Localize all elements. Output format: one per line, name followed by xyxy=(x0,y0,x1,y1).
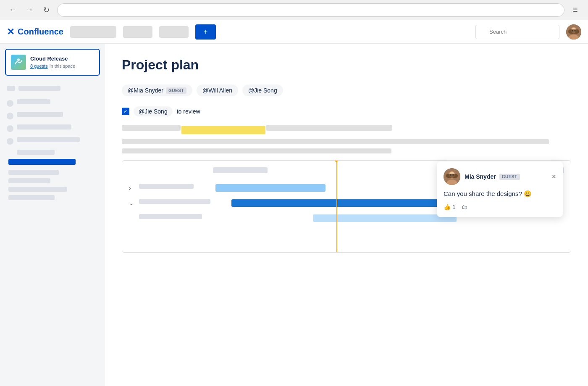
gantt-expand-2[interactable]: ⌄ xyxy=(129,200,136,206)
sidebar-item[interactable] xyxy=(7,99,98,108)
app-header: ✕ Confluence + 🔍 xyxy=(0,20,588,44)
comment-body: Can you share the designs? 😀 xyxy=(444,190,556,198)
logo-icon: ✕ xyxy=(7,26,14,37)
svg-point-6 xyxy=(575,30,576,31)
back-button[interactable]: ← xyxy=(7,4,18,16)
archive-icon: 🗂 xyxy=(462,204,467,210)
space-guests-link[interactable]: 8 guests xyxy=(30,63,48,69)
mention-text-3: @Jie Song xyxy=(248,87,277,94)
content-area: Project plan @Mia Snyder GUEST @Will All… xyxy=(105,44,588,386)
svg-point-5 xyxy=(572,30,573,31)
nav-item-2[interactable] xyxy=(123,26,152,38)
space-name: Cloud Release xyxy=(30,56,75,62)
browser-chrome: ← → ↻ ☰ xyxy=(0,0,588,20)
task-text: to review xyxy=(177,108,200,115)
forward-button[interactable]: → xyxy=(24,4,35,16)
mention-text-1: @Mia Snyder xyxy=(128,87,163,94)
task-mention-jie[interactable]: @Jie Song xyxy=(134,106,173,116)
sidebar-item[interactable] xyxy=(7,112,98,120)
header-right: 🔍 xyxy=(475,24,581,40)
svg-point-15 xyxy=(452,174,454,176)
browser-menu-button[interactable]: ☰ xyxy=(570,4,581,16)
comment-guest-badge: GUEST xyxy=(499,174,520,180)
thumbs-up-icon: 👍 xyxy=(444,204,451,210)
reload-icon: ↻ xyxy=(43,5,50,15)
logo-text: Confluence xyxy=(18,27,63,37)
task-mention-text: @Jie Song xyxy=(139,108,168,115)
mention-jie-song[interactable]: @Jie Song xyxy=(242,85,283,96)
mention-will-allen[interactable]: @Will Allen xyxy=(197,85,238,96)
create-button[interactable]: + xyxy=(195,24,216,40)
url-bar[interactable] xyxy=(57,3,564,17)
archive-button[interactable]: 🗂 xyxy=(462,204,467,210)
comment-avatar xyxy=(444,168,460,185)
mention-text-2: @Will Allen xyxy=(202,87,232,94)
like-button[interactable]: 👍 1 xyxy=(444,204,456,210)
nav-item-1[interactable] xyxy=(70,26,116,38)
check-icon: ✓ xyxy=(123,108,128,114)
user-avatar[interactable] xyxy=(566,24,581,40)
hamburger-icon: ☰ xyxy=(573,7,578,13)
sidebar-skeleton xyxy=(5,82,100,207)
comment-header: Mia Snyder GUEST × xyxy=(444,168,556,185)
task-row: ✓ @Jie Song to review xyxy=(122,106,571,116)
confluence-logo[interactable]: ✕ Confluence xyxy=(7,26,63,37)
back-icon: ← xyxy=(9,5,16,14)
create-plus-icon: + xyxy=(204,28,207,36)
forward-icon: → xyxy=(26,5,33,14)
space-guests-row: 8 guests in this space xyxy=(30,62,75,69)
svg-point-8 xyxy=(17,58,20,61)
svg-point-14 xyxy=(450,174,452,176)
reload-button[interactable]: ↻ xyxy=(40,4,52,16)
like-count: 1 xyxy=(452,204,456,210)
sidebar-item[interactable] xyxy=(7,137,98,145)
content-skeleton xyxy=(122,125,571,153)
space-icon xyxy=(11,55,26,70)
mention-mia-snyder[interactable]: @Mia Snyder GUEST xyxy=(122,85,192,96)
comment-popup: Mia Snyder GUEST × Can you share the des… xyxy=(437,161,563,217)
search-input[interactable] xyxy=(475,25,559,39)
task-checkbox[interactable]: ✓ xyxy=(122,108,129,115)
page-title: Project plan xyxy=(122,57,571,73)
sidebar: Cloud Release 8 guests in this space xyxy=(0,44,105,386)
comment-close-button[interactable]: × xyxy=(551,172,556,181)
comment-actions: 👍 1 🗂 xyxy=(444,204,556,210)
guest-badge-1: GUEST xyxy=(166,87,186,94)
comment-user-info: Mia Snyder GUEST xyxy=(465,173,520,180)
space-card[interactable]: Cloud Release 8 guests in this space xyxy=(5,49,100,76)
nav-item-3[interactable] xyxy=(159,26,189,38)
space-info: Cloud Release 8 guests in this space xyxy=(30,56,75,69)
sidebar-item[interactable] xyxy=(7,124,98,133)
search-wrapper: 🔍 xyxy=(475,25,559,39)
main-layout: Cloud Release 8 guests in this space xyxy=(0,44,588,386)
comment-username: Mia Snyder xyxy=(465,173,496,180)
gantt-expand-1[interactable]: › xyxy=(129,185,136,191)
mentions-row: @Mia Snyder GUEST @Will Allen @Jie Song xyxy=(122,85,571,96)
space-guests-suffix: in this space xyxy=(50,63,75,69)
